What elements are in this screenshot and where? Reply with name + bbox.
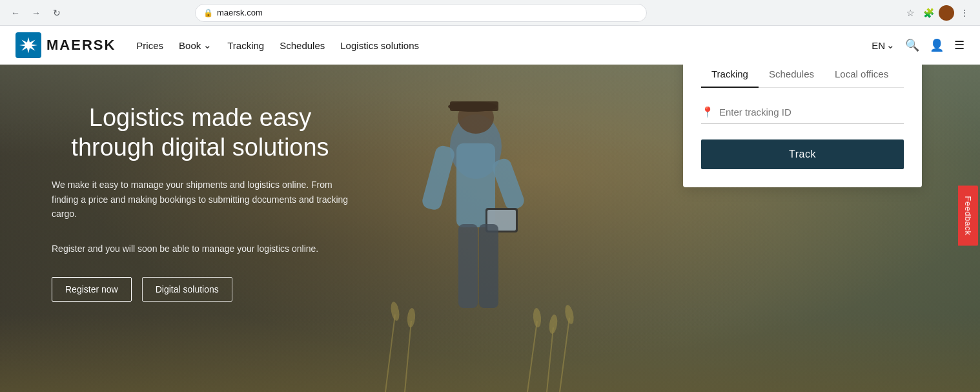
tracking-input-container: 📍 [701,106,904,124]
hero-buttons: Register now Digital solutions [52,277,349,302]
location-icon: 📍 [701,106,714,118]
svg-marker-21 [19,37,37,53]
url-text: maersk.com [217,8,263,17]
page-wrapper: MAERSK Prices Book ⌄ Tracking Schedules … [0,26,980,392]
nav-links: Prices Book ⌄ Tracking Schedules Logisti… [136,39,851,51]
hero-title: Logistics made easythrough digital solut… [52,103,349,162]
logo-container[interactable]: MAERSK [15,32,116,58]
tracking-id-input[interactable] [719,107,904,118]
nav-right: EN ⌄ 🔍 👤 ☰ [872,38,965,52]
tracking-tabs: Tracking Schedules Local offices [701,63,904,88]
hero-text: Logistics made easythrough digital solut… [52,103,349,302]
maersk-star-logo [15,32,41,58]
bookmark-icon[interactable]: ☆ [903,5,918,21]
browser-actions: ☆ 🧩 ⋮ [903,5,972,21]
nav-prices[interactable]: Prices [136,40,163,51]
extensions-icon[interactable]: 🧩 [921,5,936,21]
register-now-button[interactable]: Register now [52,277,132,302]
address-bar[interactable]: 🔒 maersk.com [195,4,647,22]
user-button[interactable]: 👤 [930,38,944,52]
book-chevron-icon: ⌄ [203,39,212,51]
browser-chrome: ← → ↻ 🔒 maersk.com ☆ 🧩 ⋮ [0,0,980,26]
feedback-button[interactable]: Feedback [958,185,978,245]
nav-tracking[interactable]: Tracking [227,40,264,51]
tab-local-offices[interactable]: Local offices [824,63,899,87]
track-button[interactable]: Track [701,139,904,169]
hero-description: We make it easy to manage your shipments… [52,178,349,221]
search-button[interactable]: 🔍 [905,38,919,52]
lock-icon: 🔒 [203,8,213,17]
back-button[interactable]: ← [8,5,23,21]
nav-logistics[interactable]: Logistics solutions [340,40,419,51]
digital-solutions-button[interactable]: Digital solutions [142,277,232,302]
forward-button[interactable]: → [28,5,44,21]
navbar: MAERSK Prices Book ⌄ Tracking Schedules … [0,26,980,65]
tracking-card: Tracking Schedules Local offices 📍 Track [683,45,922,187]
nav-book[interactable]: Book ⌄ [179,39,212,51]
refresh-button[interactable]: ↻ [49,5,65,21]
tab-tracking[interactable]: Tracking [701,63,759,87]
language-selector[interactable]: EN ⌄ [872,39,895,51]
more-options-icon[interactable]: ⋮ [957,5,972,21]
nav-schedules[interactable]: Schedules [280,40,325,51]
profile-avatar [939,5,954,21]
maersk-logo-text: MAERSK [46,37,116,54]
tab-schedules[interactable]: Schedules [759,63,824,87]
lang-chevron-icon: ⌄ [886,39,895,51]
user-profile-icon[interactable] [939,5,954,21]
menu-button[interactable]: ☰ [954,38,965,52]
hero-secondary-description: Register and you will soon be able to ma… [52,242,349,256]
